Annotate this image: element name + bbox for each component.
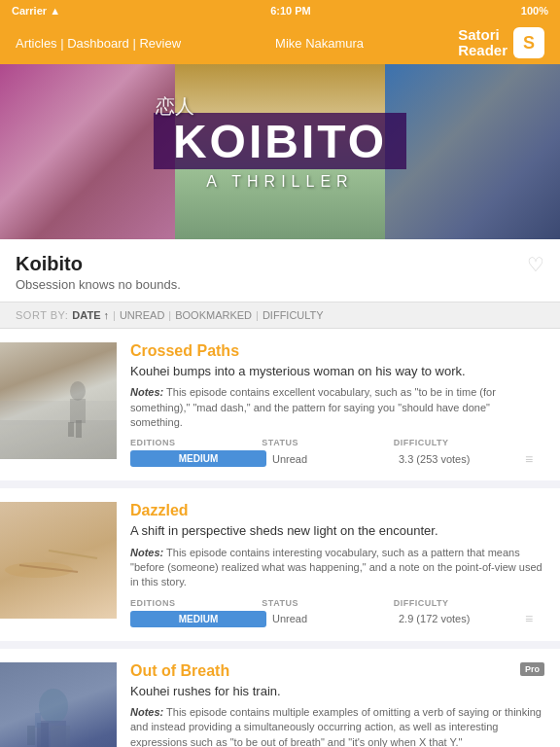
sort-date[interactable]: DATE ↑ — [72, 309, 109, 321]
svg-rect-16 — [27, 726, 35, 745]
sort-difficulty[interactable]: DIFFICULTY — [262, 309, 324, 321]
book-tagline: Obsession knows no bounds. — [16, 277, 181, 292]
col-difficulty: DIFFICULTY — [394, 598, 519, 608]
hero-kanji: 恋人 — [156, 93, 194, 120]
episode-card[interactable]: Out of Breath Pro Kouhei rushes for his … — [0, 649, 560, 747]
table-data: MEDIUM Unread 3.3 (253 votes) ≡ — [130, 450, 544, 467]
col-sort — [525, 438, 544, 447]
episode-thumbnail — [0, 502, 117, 619]
difficulty-badge[interactable]: MEDIUM — [130, 611, 266, 627]
out-of-breath-thumbnail — [0, 662, 117, 747]
episode-notes: Notes: This episode contains multiple ex… — [130, 705, 544, 747]
col-sort — [525, 598, 544, 608]
col-difficulty: DIFFICULTY — [394, 438, 519, 447]
book-title: Koibito — [16, 253, 181, 275]
logo-text: Satori Reader — [458, 27, 508, 59]
difficulty-badge[interactable]: MEDIUM — [130, 450, 266, 467]
book-details: Koibito Obsession knows no bounds. — [16, 253, 181, 292]
battery-display: 100% — [521, 5, 548, 17]
episode-notes: Notes: This episode contains interesting… — [130, 546, 544, 590]
status-value: Unread — [272, 453, 393, 465]
episode-card[interactable]: Dazzled A shift in perspective sheds new… — [0, 488, 560, 640]
episode-notes: Notes: This episode contains excellent v… — [130, 385, 544, 430]
sort-unread[interactable]: UNREAD — [120, 309, 164, 321]
episode-thumbnail — [0, 662, 117, 747]
col-editions: EDITIONS — [130, 438, 256, 447]
sort-icon: ≡ — [525, 451, 544, 467]
episode-table: EDITIONS STATUS DIFFICULTY MEDIUM Unread… — [130, 598, 544, 627]
col-status: STATUS — [262, 438, 387, 447]
nav-logo[interactable]: Satori Reader S — [458, 27, 544, 59]
episode-title[interactable]: Out of Breath — [130, 662, 229, 680]
episode-title[interactable]: Crossed Paths — [130, 342, 544, 360]
svg-point-2 — [70, 381, 86, 401]
svg-rect-3 — [70, 399, 86, 423]
episode-content: Crossed Paths Kouhei bumps into a myster… — [130, 342, 544, 467]
time-display: 6:10 PM — [270, 5, 311, 17]
table-header: EDITIONS STATUS DIFFICULTY — [130, 438, 544, 447]
pro-badge: Pro — [520, 662, 544, 676]
book-info: Koibito Obsession knows no bounds. ♡ — [0, 239, 560, 302]
carrier-text: Carrier — [12, 5, 47, 17]
nav-user[interactable]: Mike Nakamura — [275, 36, 364, 51]
episode-description: Kouhei rushes for his train. — [130, 683, 544, 700]
svg-rect-4 — [68, 422, 74, 437]
hero-overlay: 恋人 KOIBITO A THRILLER — [0, 64, 560, 239]
crossed-paths-thumbnail — [0, 342, 117, 459]
hero-subtitle: A THRILLER — [206, 173, 353, 191]
nav-links[interactable]: Articles | Dashboard | Review — [16, 36, 181, 51]
sort-bookmarked[interactable]: BOOKMARKED — [175, 309, 252, 321]
svg-rect-0 — [0, 420, 117, 459]
dazzled-thumbnail — [0, 502, 117, 619]
episode-content: Out of Breath Pro Kouhei rushes for his … — [130, 662, 544, 747]
col-status: STATUS — [262, 598, 387, 608]
col-editions: EDITIONS — [130, 598, 256, 608]
nav-bar: Articles | Dashboard | Review Mike Nakam… — [0, 21, 560, 64]
difficulty-value: 2.9 (172 votes) — [399, 613, 519, 624]
episode-title[interactable]: Dazzled — [130, 502, 544, 519]
episode-card[interactable]: Crossed Paths Kouhei bumps into a myster… — [0, 329, 560, 480]
table-data: MEDIUM Unread 2.9 (172 votes) ≡ — [130, 611, 544, 627]
status-bar: Carrier ▲ 6:10 PM 100% — [0, 0, 560, 21]
episode-content: Dazzled A shift in perspective sheds new… — [130, 502, 544, 626]
hero-title: KOIBITO — [173, 119, 387, 165]
table-header: EDITIONS STATUS DIFFICULTY — [130, 598, 544, 608]
hero-title-box: KOIBITO — [154, 113, 406, 169]
wifi-icon: ▲ — [50, 5, 60, 17]
episode-description: Kouhei bumps into a mysterious woman on … — [130, 363, 544, 380]
episode-description: A shift in perspective sheds new light o… — [130, 522, 544, 540]
logo-icon: S — [513, 27, 544, 58]
episode-thumbnail — [0, 342, 117, 459]
svg-rect-1 — [0, 401, 117, 425]
hero-banner: 恋人 KOIBITO A THRILLER — [0, 64, 560, 239]
sort-bar: SORT BY: DATE ↑ | UNREAD | BOOKMARKED | … — [0, 302, 560, 329]
svg-rect-5 — [76, 420, 82, 438]
svg-rect-13 — [51, 726, 70, 747]
favorite-icon[interactable]: ♡ — [527, 253, 544, 276]
sort-icon: ≡ — [525, 611, 544, 626]
episode-table: EDITIONS STATUS DIFFICULTY MEDIUM Unread… — [130, 438, 544, 467]
sort-label: SORT BY: — [16, 309, 68, 321]
carrier-signal: Carrier ▲ — [12, 5, 60, 17]
episodes-list: Crossed Paths Kouhei bumps into a myster… — [0, 329, 560, 747]
status-value: Unread — [272, 613, 393, 624]
svg-rect-17 — [35, 713, 41, 728]
svg-point-10 — [39, 689, 68, 724]
difficulty-value: 3.3 (253 votes) — [399, 453, 519, 465]
